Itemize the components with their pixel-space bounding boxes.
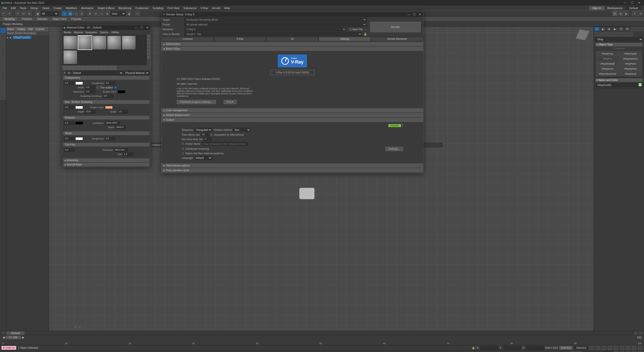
time-config-icon[interactable] [614, 351, 618, 352]
em-swatch[interactable] [75, 122, 83, 125]
me-titlebar[interactable]: ◉ Material Editor - 02 - Default — ☐ ✕ [62, 25, 150, 30]
rs-tab-common[interactable]: Common [162, 37, 214, 41]
default-filter-btn[interactable]: Default [7, 331, 24, 335]
render-button[interactable]: Render [370, 22, 421, 32]
next-frame-icon[interactable] [608, 346, 612, 350]
transparency-rollout[interactable]: Transparency [63, 76, 149, 80]
sss-depth-spinner[interactable]: 10,0 [85, 110, 96, 113]
select-region-icon[interactable]: ▢ [73, 11, 78, 16]
btn-vrayproxy[interactable]: VRayProxy [596, 51, 619, 56]
auth-rollout[interactable]: ▸ Authorization [162, 42, 423, 46]
autogrid-check[interactable]: ☐ AutoGrid [595, 46, 643, 50]
menu-group[interactable]: Group [30, 7, 38, 10]
move-icon[interactable]: ✥ [87, 11, 93, 16]
me-menu-options[interactable]: Options [100, 31, 108, 34]
maxscript-mini[interactable]: In order to [2, 346, 16, 350]
se-menu-custom[interactable]: Custom [36, 28, 44, 31]
me-tb-icon-6[interactable] [85, 66, 89, 70]
cp-tab-modify[interactable]: ◐ [600, 27, 606, 31]
se-filter-all[interactable] [0, 28, 6, 33]
sss-scale-spinner[interactable]: 1,0 [118, 110, 128, 113]
ribbon-populate[interactable]: Populate [71, 18, 81, 20]
me-tb-icon-10[interactable] [104, 66, 108, 70]
timeline[interactable]: ◀ 0 / 100 ▶ 100 0102030405060708090100 [0, 335, 644, 345]
kelvin-spinner[interactable]: 6500,0 [116, 126, 126, 129]
menu-help[interactable]: Help [224, 7, 230, 10]
nav-icon-8[interactable] [638, 351, 642, 352]
menu-create[interactable]: Create [53, 7, 62, 10]
rs-tab-settings[interactable]: Settings [319, 37, 371, 41]
cp-category-dropdown[interactable]: VRay [595, 37, 643, 41]
se-filter-geometry[interactable] [0, 34, 6, 39]
cat-cameras-icon[interactable] [611, 32, 616, 36]
timeslider-label[interactable]: 0 / 100 [6, 336, 21, 339]
workspaces-dropdown[interactable]: Default [626, 6, 641, 10]
nav-icon-6[interactable] [626, 351, 630, 352]
nav-icon-5[interactable] [620, 351, 624, 352]
expand-icon[interactable]: ▸ [7, 36, 8, 39]
cat-spacewarps-icon[interactable] [622, 32, 627, 36]
redo-icon[interactable]: ↷ [7, 11, 12, 16]
me-tb-icon-8[interactable] [95, 66, 99, 70]
filter-icon[interactable] [634, 331, 637, 335]
aniso-rollout[interactable]: ▸ Anisotropy [63, 158, 149, 162]
cat-helpers-icon[interactable] [617, 32, 622, 36]
unlink-icon[interactable]: ⚯ [21, 11, 26, 16]
se-filter-containers[interactable] [0, 88, 6, 94]
cp-tab-display[interactable]: ☰ [618, 27, 624, 31]
btn-vrayinstancer[interactable]: VRayInstancer [619, 56, 642, 61]
me-tb-icon-1[interactable] [63, 66, 67, 70]
me-side-icon-1[interactable] [147, 35, 150, 38]
menu-file[interactable]: File [3, 7, 7, 10]
view-lock-icon[interactable]: 🔒 [364, 33, 367, 36]
me-side-icon-5[interactable] [147, 49, 150, 52]
nav-icon-4[interactable] [638, 346, 642, 350]
menu-edit[interactable]: Edit [11, 7, 16, 10]
minimize-button[interactable]: — [622, 1, 629, 5]
maximize-button[interactable]: ☐ [629, 1, 636, 5]
me-side-icon-3[interactable] [147, 42, 150, 45]
menu-customize[interactable]: Customize [135, 7, 148, 10]
cat-lights-icon[interactable] [605, 32, 610, 36]
ribbon-freeform[interactable]: Freeform [22, 18, 32, 20]
se-filter-bones[interactable] [0, 82, 6, 88]
btn-vrayscene[interactable]: VRayScene [596, 67, 619, 71]
me-slot-4[interactable] [107, 36, 121, 50]
prev-key-icon[interactable]: ◀ [3, 336, 5, 339]
trans-amount[interactable]: 0,0 [64, 81, 74, 85]
trans-rough[interactable]: 0,0 [105, 81, 115, 85]
se-filter-shapes[interactable] [0, 40, 6, 45]
disp-spinner[interactable]: 0,0 [85, 90, 96, 94]
scatter-swatch[interactable] [118, 90, 125, 93]
se-menu-display[interactable]: Display [17, 28, 25, 31]
menu-substance[interactable]: Substance [183, 7, 197, 10]
cp-tab-motion[interactable]: ▶ [612, 27, 618, 31]
se-filter-spacewarps[interactable] [0, 64, 6, 70]
se-menu-select[interactable]: Select [7, 28, 14, 31]
me-slot-1[interactable] [63, 36, 77, 50]
btn-vraymetaball[interactable]: VRayMetaball [596, 62, 619, 66]
me-close[interactable]: ✕ [145, 26, 149, 29]
sss-rollout[interactable]: Sub - Surface Scattering [63, 100, 149, 104]
btn-vrayclipper[interactable]: VRayClipper [619, 51, 642, 56]
se-filter-cameras[interactable] [0, 52, 6, 57]
link-icon[interactable]: ⚭ [15, 11, 20, 16]
se-filter-helpers[interactable] [0, 58, 6, 64]
me-side-icon-4[interactable] [147, 45, 150, 48]
me-minimize[interactable]: — [134, 26, 138, 29]
savefile-check[interactable]: ☐ Save File [349, 28, 363, 31]
selected-filter[interactable]: Selected [574, 346, 588, 350]
goto-start-icon[interactable] [590, 346, 594, 350]
help-icon[interactable]: ? [402, 124, 403, 127]
lum-spinner[interactable]: 1500 cd/m² [105, 121, 120, 125]
em-amount[interactable]: 1,0 [64, 121, 74, 125]
cat-geometry-icon[interactable] [594, 32, 599, 36]
cat-shapes-icon[interactable] [600, 32, 605, 36]
select-object-icon[interactable]: ▭ [62, 11, 67, 16]
goto-end-icon[interactable] [614, 346, 618, 350]
menu-scripting[interactable]: Scripting [152, 7, 163, 10]
depth-spinner[interactable]: 0,0 [85, 86, 96, 89]
btn-vrayplane[interactable]: VRayPlane [619, 62, 642, 66]
aniso-spinner[interactable]: 0,0 [103, 94, 113, 98]
cp-tab-utilities[interactable]: ⚒ [624, 27, 630, 31]
